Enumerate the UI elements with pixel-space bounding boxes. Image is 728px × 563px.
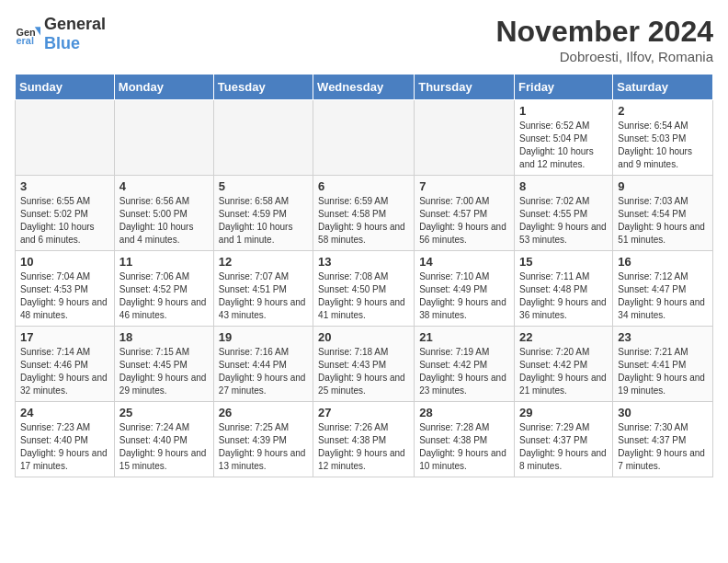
day-info: Sunrise: 7:15 AM Sunset: 4:45 PM Dayligh…: [119, 346, 209, 397]
day-info: Sunrise: 7:12 AM Sunset: 4:47 PM Dayligh…: [618, 270, 708, 322]
day-number: 23: [618, 330, 708, 344]
calendar-cell: 3Sunrise: 6:55 AM Sunset: 5:02 PM Daylig…: [16, 176, 115, 251]
day-info: Sunrise: 6:55 AM Sunset: 5:02 PM Dayligh…: [20, 195, 109, 247]
day-number: 9: [618, 179, 708, 193]
calendar-week-row: 1Sunrise: 6:52 AM Sunset: 5:04 PM Daylig…: [16, 100, 713, 176]
calendar-cell: 19Sunrise: 7:16 AM Sunset: 4:44 PM Dayli…: [213, 327, 313, 402]
calendar-cell: 25Sunrise: 7:24 AM Sunset: 4:40 PM Dayli…: [114, 402, 213, 477]
day-info: Sunrise: 7:08 AM Sunset: 4:50 PM Dayligh…: [318, 270, 409, 322]
day-info: Sunrise: 7:19 AM Sunset: 4:42 PM Dayligh…: [419, 346, 509, 397]
day-info: Sunrise: 7:30 AM Sunset: 4:37 PM Dayligh…: [618, 421, 708, 473]
calendar-header-saturday: Saturday: [613, 75, 713, 100]
day-number: 16: [618, 255, 708, 269]
calendar-cell: 16Sunrise: 7:12 AM Sunset: 4:47 PM Dayli…: [613, 251, 713, 327]
day-info: Sunrise: 7:14 AM Sunset: 4:46 PM Dayligh…: [20, 346, 109, 397]
day-number: 17: [20, 330, 109, 344]
calendar-cell: [114, 100, 213, 176]
day-number: 18: [119, 330, 209, 344]
calendar-cell: 11Sunrise: 7:06 AM Sunset: 4:52 PM Dayli…: [114, 251, 213, 327]
calendar-cell: 5Sunrise: 6:58 AM Sunset: 4:59 PM Daylig…: [213, 176, 313, 251]
calendar-header-friday: Friday: [515, 75, 613, 100]
day-number: 19: [219, 330, 308, 344]
day-number: 13: [318, 255, 409, 269]
day-info: Sunrise: 7:16 AM Sunset: 4:44 PM Dayligh…: [219, 346, 308, 397]
logo-general-text: General: [44, 15, 106, 33]
day-number: 2: [618, 104, 708, 118]
calendar-cell: [415, 100, 515, 176]
day-info: Sunrise: 6:54 AM Sunset: 5:03 PM Dayligh…: [618, 120, 708, 171]
calendar-cell: 20Sunrise: 7:18 AM Sunset: 4:43 PM Dayli…: [313, 327, 415, 402]
calendar-cell: 28Sunrise: 7:28 AM Sunset: 4:38 PM Dayli…: [415, 402, 515, 477]
calendar-cell: 29Sunrise: 7:29 AM Sunset: 4:37 PM Dayli…: [515, 402, 613, 477]
day-number: 3: [20, 179, 109, 193]
logo-icon: Gen eral: [15, 21, 40, 47]
calendar-cell: [213, 100, 313, 176]
day-number: 10: [20, 255, 109, 269]
day-info: Sunrise: 7:20 AM Sunset: 4:42 PM Dayligh…: [519, 346, 608, 397]
day-number: 11: [119, 255, 209, 269]
page-header: Gen eral General Blue November 2024 Dobr…: [15, 15, 713, 64]
day-info: Sunrise: 7:23 AM Sunset: 4:40 PM Dayligh…: [20, 421, 109, 473]
calendar-cell: 9Sunrise: 7:03 AM Sunset: 4:54 PM Daylig…: [613, 176, 713, 251]
day-info: Sunrise: 7:24 AM Sunset: 4:40 PM Dayligh…: [119, 421, 209, 473]
calendar-cell: 18Sunrise: 7:15 AM Sunset: 4:45 PM Dayli…: [114, 327, 213, 402]
day-number: 28: [419, 406, 509, 419]
calendar-week-row: 10Sunrise: 7:04 AM Sunset: 4:53 PM Dayli…: [16, 251, 713, 327]
calendar-cell: 2Sunrise: 6:54 AM Sunset: 5:03 PM Daylig…: [613, 100, 713, 176]
day-number: 24: [20, 406, 109, 419]
day-number: 26: [219, 406, 308, 419]
day-number: 30: [618, 406, 708, 419]
calendar-cell: [16, 100, 115, 176]
day-number: 29: [519, 406, 608, 419]
calendar-cell: 14Sunrise: 7:10 AM Sunset: 4:49 PM Dayli…: [415, 251, 515, 327]
day-number: 22: [519, 330, 608, 344]
logo-blue-text: Blue: [44, 34, 80, 52]
day-info: Sunrise: 7:04 AM Sunset: 4:53 PM Dayligh…: [20, 270, 109, 322]
calendar-header-monday: Monday: [114, 75, 213, 100]
calendar-cell: 12Sunrise: 7:07 AM Sunset: 4:51 PM Dayli…: [213, 251, 313, 327]
day-number: 7: [419, 179, 509, 193]
calendar-header-sunday: Sunday: [16, 75, 115, 100]
day-number: 8: [519, 179, 608, 193]
day-number: 14: [419, 255, 509, 269]
calendar-cell: 27Sunrise: 7:26 AM Sunset: 4:38 PM Dayli…: [313, 402, 415, 477]
day-info: Sunrise: 7:25 AM Sunset: 4:39 PM Dayligh…: [219, 421, 308, 473]
calendar-cell: 7Sunrise: 7:00 AM Sunset: 4:57 PM Daylig…: [415, 176, 515, 251]
calendar-cell: 30Sunrise: 7:30 AM Sunset: 4:37 PM Dayli…: [613, 402, 713, 477]
calendar-cell: 23Sunrise: 7:21 AM Sunset: 4:41 PM Dayli…: [613, 327, 713, 402]
day-info: Sunrise: 7:29 AM Sunset: 4:37 PM Dayligh…: [519, 421, 608, 473]
calendar-cell: [313, 100, 415, 176]
day-info: Sunrise: 6:59 AM Sunset: 4:58 PM Dayligh…: [318, 195, 409, 247]
calendar-table: SundayMondayTuesdayWednesdayThursdayFrid…: [15, 74, 713, 477]
calendar-header-wednesday: Wednesday: [313, 75, 415, 100]
calendar-cell: 26Sunrise: 7:25 AM Sunset: 4:39 PM Dayli…: [213, 402, 313, 477]
calendar-cell: 13Sunrise: 7:08 AM Sunset: 4:50 PM Dayli…: [313, 251, 415, 327]
day-number: 15: [519, 255, 608, 269]
calendar-cell: 8Sunrise: 7:02 AM Sunset: 4:55 PM Daylig…: [515, 176, 613, 251]
svg-text:eral: eral: [17, 35, 34, 46]
title-block: November 2024 Dobroesti, Ilfov, Romania: [495, 15, 713, 64]
calendar-week-row: 24Sunrise: 7:23 AM Sunset: 4:40 PM Dayli…: [16, 402, 713, 477]
calendar-cell: 24Sunrise: 7:23 AM Sunset: 4:40 PM Dayli…: [16, 402, 115, 477]
day-info: Sunrise: 7:18 AM Sunset: 4:43 PM Dayligh…: [318, 346, 409, 397]
day-number: 27: [318, 406, 409, 419]
day-number: 4: [119, 179, 209, 193]
calendar-cell: 17Sunrise: 7:14 AM Sunset: 4:46 PM Dayli…: [16, 327, 115, 402]
day-info: Sunrise: 7:28 AM Sunset: 4:38 PM Dayligh…: [419, 421, 509, 473]
calendar-cell: 4Sunrise: 6:56 AM Sunset: 5:00 PM Daylig…: [114, 176, 213, 251]
day-info: Sunrise: 7:21 AM Sunset: 4:41 PM Dayligh…: [618, 346, 708, 397]
calendar-week-row: 3Sunrise: 6:55 AM Sunset: 5:02 PM Daylig…: [16, 176, 713, 251]
day-info: Sunrise: 6:58 AM Sunset: 4:59 PM Dayligh…: [219, 195, 308, 247]
day-number: 25: [119, 406, 209, 419]
day-number: 6: [318, 179, 409, 193]
day-number: 20: [318, 330, 409, 344]
day-number: 21: [419, 330, 509, 344]
calendar-cell: 15Sunrise: 7:11 AM Sunset: 4:48 PM Dayli…: [515, 251, 613, 327]
day-info: Sunrise: 7:10 AM Sunset: 4:49 PM Dayligh…: [419, 270, 509, 322]
day-info: Sunrise: 7:02 AM Sunset: 4:55 PM Dayligh…: [519, 195, 608, 247]
calendar-week-row: 17Sunrise: 7:14 AM Sunset: 4:46 PM Dayli…: [16, 327, 713, 402]
logo: Gen eral General Blue: [15, 15, 106, 53]
day-number: 5: [219, 179, 308, 193]
location-subtitle: Dobroesti, Ilfov, Romania: [495, 49, 713, 64]
day-number: 1: [519, 104, 608, 118]
